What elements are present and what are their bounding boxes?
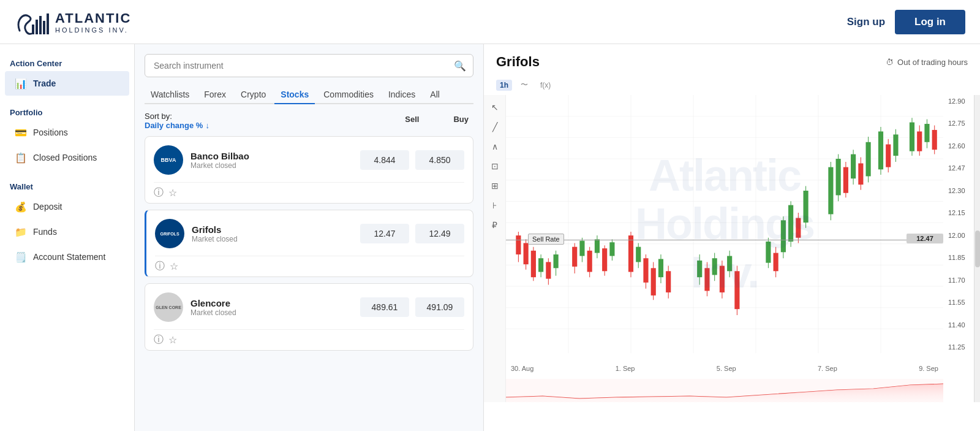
instrument-panel: 🔍 Watchlists Forex Crypto Stocks Commodi… <box>135 44 484 431</box>
sidebar-item-closed-positions[interactable]: 📋 Closed Positions <box>5 145 129 170</box>
bbva-footer: ⓘ ☆ <box>154 182 464 203</box>
bbva-buy[interactable]: 4.850 <box>415 150 464 170</box>
svg-rect-2 <box>39 16 42 34</box>
svg-rect-33 <box>554 254 559 268</box>
svg-rect-83 <box>828 167 833 215</box>
svg-rect-69 <box>734 271 739 309</box>
svg-rect-89 <box>851 154 856 179</box>
sidebar-item-trade[interactable]: 📊 Trade <box>5 71 129 96</box>
svg-rect-85 <box>836 159 841 195</box>
y-label-1: 12.75 <box>948 120 975 127</box>
grifols-info: Grifols Market closed <box>192 224 353 243</box>
x-label-1: 1. Sep <box>616 365 635 372</box>
positions-label: Positions <box>33 128 68 137</box>
bbva-prices: 4.844 4.850 <box>360 150 464 170</box>
tool-price-label[interactable]: ₽ <box>489 218 500 232</box>
svg-rect-61 <box>704 268 709 291</box>
grifols-sell[interactable]: 12.47 <box>360 224 409 243</box>
glencore-status: Market closed <box>190 308 353 317</box>
sidebar-item-funds[interactable]: 📁 Funds <box>5 219 129 244</box>
chart-scrollbar[interactable] <box>974 95 980 402</box>
tab-forex[interactable]: Forex <box>198 86 232 104</box>
tab-indices[interactable]: Indices <box>382 86 421 104</box>
grifols-star-btn[interactable]: ☆ <box>170 261 178 272</box>
tf-1h[interactable]: 1h <box>496 80 512 91</box>
mini-chart-svg <box>506 379 943 402</box>
trade-label: Trade <box>33 78 56 88</box>
chart-status-text: Out of trading hours <box>897 58 968 67</box>
y-label-0: 12.90 <box>948 97 975 105</box>
card-row-grifols: GRIFOLS Grifols Market closed 12.47 12.4… <box>155 219 464 248</box>
chart-area: ↖ ╱ ∧ ⊡ ⊞ ⊦ ₽ Atlantic Holdings Inv <box>484 95 980 402</box>
bbva-star-btn[interactable]: ☆ <box>168 187 177 199</box>
sort-bar: Sort by: Daily change % ↓ Sell Buy <box>145 112 473 130</box>
tab-watchlists[interactable]: Watchlists <box>145 86 195 104</box>
clock-icon: ⏱ <box>886 58 894 67</box>
card-row-bbva: BBVA Banco Bilbao Market closed 4.844 4.… <box>154 145 464 175</box>
chart-tools: ↖ ╱ ∧ ⊡ ⊞ ⊦ ₽ <box>484 95 506 402</box>
tf-fx-icon[interactable]: f(x) <box>537 80 554 91</box>
search-bar: 🔍 <box>145 54 473 77</box>
sort-value-text: Daily change % <box>145 121 203 130</box>
sell-rate-line <box>506 240 907 240</box>
sidebar-item-account-statement[interactable]: 🗒️ Account Statement <box>5 245 129 269</box>
funds-label: Funds <box>33 227 57 237</box>
scrollbar-thumb <box>975 231 980 267</box>
tab-commodities[interactable]: Commodities <box>317 86 380 104</box>
deposit-icon: 💰 <box>15 200 27 213</box>
y-label-7: 11.85 <box>948 254 975 261</box>
tab-stocks[interactable]: Stocks <box>274 86 315 104</box>
svg-rect-27 <box>531 251 536 277</box>
header-actions: Sign up Log in <box>847 10 965 34</box>
closed-positions-label: Closed Positions <box>33 153 97 162</box>
glencore-star-btn[interactable]: ☆ <box>168 334 177 346</box>
svg-rect-59 <box>697 261 702 277</box>
tab-bar: Watchlists Forex Crypto Stocks Commoditi… <box>145 86 473 104</box>
instrument-card-grifols[interactable]: GRIFOLS Grifols Market closed 12.47 12.4… <box>145 210 473 277</box>
logo-main: ATLANTIC <box>55 10 131 26</box>
bbva-info-btn[interactable]: ⓘ <box>154 186 164 199</box>
tool-cursor[interactable]: ↖ <box>489 100 501 115</box>
login-button[interactable]: Log in <box>895 10 965 34</box>
svg-rect-39 <box>587 251 592 272</box>
sidebar-item-positions[interactable]: 💳 Positions <box>5 120 129 145</box>
y-label-4: 12.30 <box>948 187 975 194</box>
trade-icon: 📊 <box>15 77 27 90</box>
signup-button[interactable]: Sign up <box>847 16 885 28</box>
logo-text: ATLANTIC HOLDINGS INV. <box>55 10 131 34</box>
tool-dotted-rect[interactable]: ⊡ <box>489 159 501 174</box>
sort-bar-left: Sort by: Daily change % ↓ <box>145 112 209 130</box>
svg-rect-57 <box>666 271 671 292</box>
svg-rect-49 <box>636 247 641 262</box>
svg-rect-107 <box>932 130 937 150</box>
tab-crypto[interactable]: Crypto <box>235 86 272 104</box>
bbva-sell[interactable]: 4.844 <box>360 150 409 170</box>
sidebar-item-deposit[interactable]: 💰 Deposit <box>5 194 129 219</box>
grifols-footer: ⓘ ☆ <box>155 256 464 277</box>
tab-all[interactable]: All <box>424 86 446 104</box>
glencore-info-btn[interactable]: ⓘ <box>154 334 164 346</box>
tool-line[interactable]: ╱ <box>490 120 500 134</box>
sort-value[interactable]: Daily change % ↓ <box>145 121 209 130</box>
svg-rect-45 <box>609 242 614 256</box>
tool-measure[interactable]: ⊦ <box>490 198 499 213</box>
svg-rect-25 <box>524 243 529 264</box>
svg-rect-79 <box>796 218 801 238</box>
y-label-3: 12.47 <box>948 164 975 172</box>
glencore-sell[interactable]: 489.61 <box>360 297 409 317</box>
glencore-buy[interactable]: 491.09 <box>415 297 464 317</box>
svg-rect-101 <box>910 123 914 151</box>
tf-line-icon[interactable]: 〜 <box>517 78 532 91</box>
x-label-3: 7. Sep <box>818 365 837 372</box>
search-input[interactable] <box>145 54 473 77</box>
tool-grid[interactable]: ⊞ <box>489 178 501 193</box>
svg-rect-29 <box>538 258 543 272</box>
grifols-buy[interactable]: 12.49 <box>415 224 464 243</box>
instrument-card-bbva[interactable]: BBVA Banco Bilbao Market closed 4.844 4.… <box>145 136 473 204</box>
mini-chart[interactable]: Mar '22 Jun '22 <box>506 379 943 402</box>
grifols-info-btn[interactable]: ⓘ <box>155 260 165 273</box>
content-area: 🔍 Watchlists Forex Crypto Stocks Commodi… <box>135 44 980 431</box>
instrument-card-glencore[interactable]: GLEN CORE Glencore Market closed 489.61 … <box>145 283 473 351</box>
y-label-9: 11.55 <box>948 299 975 306</box>
tool-ray[interactable]: ∧ <box>489 139 500 154</box>
